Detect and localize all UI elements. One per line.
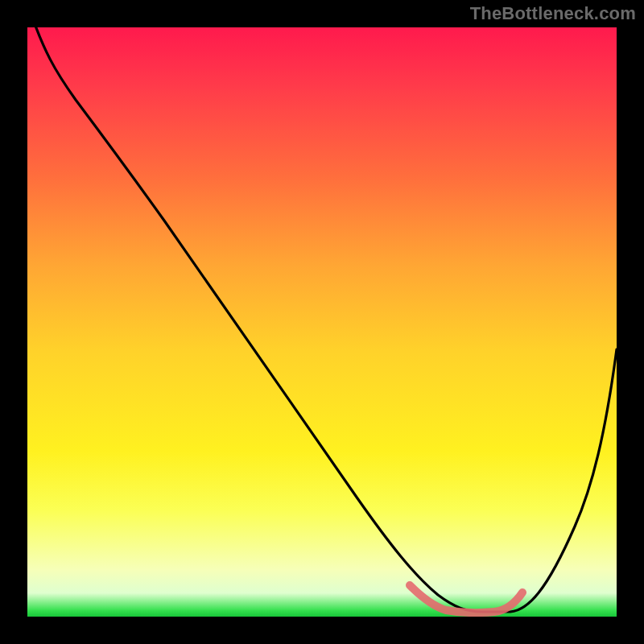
watermark-text: TheBottleneck.com [470,3,636,24]
chart-frame: TheBottleneck.com [0,0,644,644]
plot-area [27,27,617,617]
curve-layer [27,27,617,617]
optimal-range-highlight [410,585,522,613]
bottleneck-curve-path [27,27,617,612]
